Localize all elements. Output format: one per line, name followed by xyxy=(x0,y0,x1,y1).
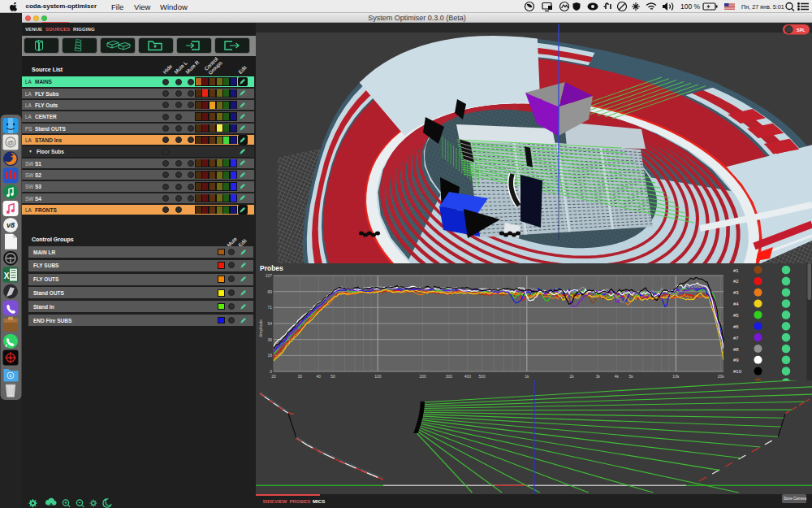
svg-text:20k: 20k xyxy=(718,374,725,379)
svg-text:107: 107 xyxy=(266,273,273,278)
svg-text:100: 100 xyxy=(374,374,382,379)
svg-text:36: 36 xyxy=(267,337,272,342)
svg-text:v8: v8 xyxy=(6,221,15,229)
svg-text:Пн, 27 янв. 5:01: Пн, 27 янв. 5:01 xyxy=(741,3,784,11)
svg-text:#9: #9 xyxy=(733,358,739,363)
svg-text:20: 20 xyxy=(271,374,276,379)
svg-text:50: 50 xyxy=(330,374,335,379)
svg-text:#8: #8 xyxy=(733,347,739,352)
svg-text:71: 71 xyxy=(267,305,272,310)
svg-text:54: 54 xyxy=(267,321,272,326)
svg-text:#3: #3 xyxy=(733,290,739,295)
svg-text:4k: 4k xyxy=(615,374,620,379)
svg-text:#7: #7 xyxy=(733,336,739,341)
svg-text:200: 200 xyxy=(419,374,426,379)
svg-text:5k: 5k xyxy=(628,374,633,379)
svg-text:Probes: Probes xyxy=(260,264,283,272)
svg-text:SPL: SPL xyxy=(797,28,806,33)
svg-text:30: 30 xyxy=(298,374,303,379)
svg-text:10k: 10k xyxy=(672,374,680,379)
svg-text:0: 0 xyxy=(270,369,272,374)
svg-text:#5: #5 xyxy=(733,313,739,318)
svg-text:1k: 1k xyxy=(525,374,529,379)
svg-text:500: 500 xyxy=(478,374,486,379)
svg-text:X: X xyxy=(4,271,10,280)
svg-text:#4: #4 xyxy=(733,302,739,306)
svg-text:#1: #1 xyxy=(733,268,739,273)
svg-text:3k: 3k xyxy=(596,374,601,379)
svg-text:18: 18 xyxy=(267,353,272,358)
svg-text:@: @ xyxy=(7,139,14,146)
svg-text:300: 300 xyxy=(446,374,453,379)
svg-text:#6: #6 xyxy=(733,324,739,329)
svg-text:40: 40 xyxy=(317,374,322,379)
svg-text:2k: 2k xyxy=(569,374,574,379)
svg-text:400: 400 xyxy=(464,374,472,379)
svg-text:89: 89 xyxy=(267,289,272,294)
svg-text:Amplitude: Amplitude xyxy=(258,319,263,337)
svg-text:#10: #10 xyxy=(733,369,742,374)
svg-text:#2: #2 xyxy=(733,279,739,284)
svg-text:100 %: 100 % xyxy=(680,2,701,11)
